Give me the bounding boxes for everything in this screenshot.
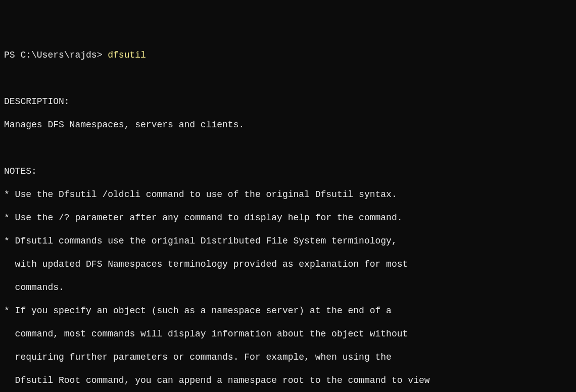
note-line: with updated DFS Namespaces terminology …: [4, 259, 572, 270]
note-line: * Dfsutil commands use the original Dist…: [4, 235, 572, 247]
note-line: requiring further parameters or commands…: [4, 352, 572, 363]
note-line: * If you specify an object (such as a na…: [4, 305, 572, 317]
note-line: * Use the /? parameter after any command…: [4, 212, 572, 224]
note-line: Dfsutil Root command, you can append a n…: [4, 375, 572, 386]
terminal-blank: [4, 73, 572, 84]
note-line: * Use the Dfsutil /oldcli command to use…: [4, 189, 572, 201]
note-line: command, most commands will display info…: [4, 328, 572, 340]
terminal-prompt-line[interactable]: PS C:\Users\rajds> dfsutil: [4, 50, 572, 61]
description-header: DESCRIPTION:: [4, 96, 572, 108]
notes-header: NOTES:: [4, 166, 572, 177]
note-line: commands.: [4, 282, 572, 293]
description-text: Manages DFS Namespaces, servers and clie…: [4, 119, 572, 131]
terminal-prompt: PS C:\Users\rajds>: [4, 50, 108, 61]
terminal-command: dfsutil: [108, 50, 146, 61]
terminal-blank: [4, 142, 572, 154]
